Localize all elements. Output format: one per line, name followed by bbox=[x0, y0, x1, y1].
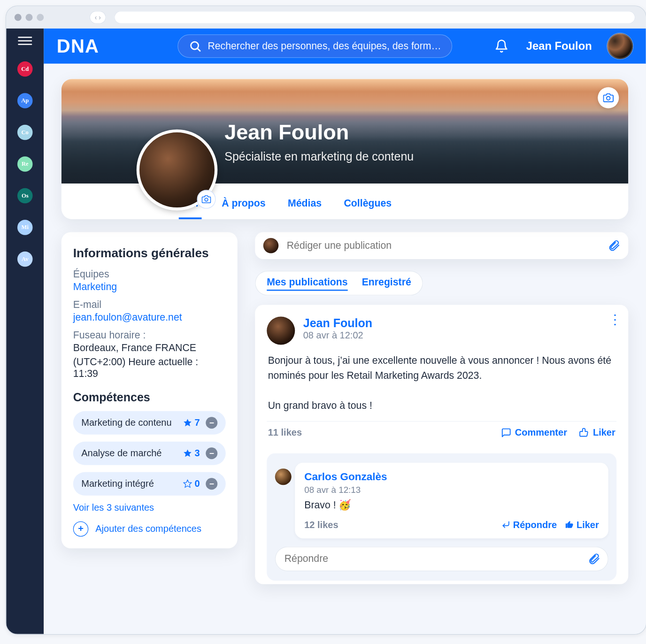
rail-chip-re[interactable]: Re bbox=[17, 156, 33, 172]
app-logo[interactable]: DNA bbox=[57, 35, 99, 57]
skill-name: Marketing de contenu bbox=[81, 418, 171, 429]
rail-chip-mi[interactable]: Mi bbox=[17, 220, 33, 235]
add-skills-label: Ajouter des compétences bbox=[95, 524, 201, 535]
skills-see-more[interactable]: Voir les 3 suivantes bbox=[73, 503, 226, 514]
rail-chip-cd[interactable]: Cd bbox=[17, 61, 33, 77]
plus-icon: + bbox=[73, 521, 89, 537]
thumb-icon bbox=[565, 520, 574, 529]
reply-like-action[interactable]: Liker bbox=[565, 520, 599, 530]
svg-line-1 bbox=[198, 48, 200, 51]
profile-photo[interactable] bbox=[137, 130, 218, 211]
paperclip-icon[interactable] bbox=[608, 240, 620, 252]
browser-chrome: ‹ › bbox=[6, 6, 646, 29]
reply: Carlos Gonzalès 08 avr à 12:13 Bravo ! 🥳… bbox=[295, 463, 608, 538]
tz-label: Fuseau horaire : bbox=[73, 330, 226, 341]
comment-icon bbox=[501, 428, 512, 438]
url-bar[interactable] bbox=[114, 11, 635, 24]
reply-avatar[interactable] bbox=[275, 468, 292, 485]
teams-value[interactable]: Marketing bbox=[73, 282, 226, 293]
composer-input[interactable] bbox=[285, 239, 601, 253]
skill-remove[interactable]: − bbox=[206, 447, 217, 459]
post-text-2: Un grand bravo à tous ! bbox=[268, 399, 372, 411]
profile-role: Spécialiste en marketing de contenu bbox=[224, 150, 414, 164]
profile-tab-3[interactable]: Collègues bbox=[342, 193, 394, 219]
post-comment-action[interactable]: Commenter bbox=[501, 428, 567, 438]
window-dots bbox=[15, 14, 44, 21]
global-search[interactable]: Rechercher des personnes, des équipes, d… bbox=[178, 34, 453, 58]
bell-icon[interactable] bbox=[494, 39, 508, 53]
rail-chip-ap[interactable]: Ap bbox=[17, 93, 33, 108]
tz-line1: Bordeaux, France FRANCE bbox=[73, 343, 226, 354]
profile-name: Jean Foulon bbox=[224, 120, 349, 145]
skill-row: Marketing de contenu7− bbox=[73, 411, 226, 435]
post-more-menu[interactable]: ⋮ bbox=[608, 312, 622, 328]
general-info-card: Informations générales Équipes Marketing… bbox=[62, 232, 238, 549]
teams-label: Équipes bbox=[73, 268, 226, 280]
post-composer[interactable] bbox=[255, 232, 628, 260]
reply-time: 08 avr à 12:13 bbox=[304, 484, 599, 494]
post-replies: Carlos Gonzalès 08 avr à 12:13 Bravo ! 🥳… bbox=[267, 453, 616, 581]
cover-camera-button[interactable] bbox=[598, 87, 619, 108]
header-username[interactable]: Jean Foulon bbox=[526, 40, 592, 53]
svg-point-3 bbox=[205, 198, 208, 201]
camera-icon bbox=[202, 195, 211, 204]
rail-chip-os[interactable]: Os bbox=[17, 188, 33, 204]
feed-tabs: Mes publicationsEnregistré bbox=[255, 271, 423, 296]
search-icon bbox=[189, 40, 202, 53]
post-like-count[interactable]: 11 likes bbox=[268, 428, 302, 438]
tz-line2: (UTC+2:00) Heure actuelle : 11:39 bbox=[73, 357, 226, 380]
thumb-icon bbox=[579, 428, 590, 438]
skill-remove[interactable]: − bbox=[206, 478, 217, 490]
post-text-1: Bonjour à tous, j’ai une excellente nouv… bbox=[268, 355, 611, 381]
reply-arrow-icon bbox=[501, 520, 510, 529]
post-like-action[interactable]: Liker bbox=[579, 428, 615, 438]
email-value[interactable]: jean.foulon@avature.net bbox=[73, 312, 226, 324]
browser-nav-arrows[interactable]: ‹ › bbox=[90, 11, 106, 24]
skill-remove[interactable]: − bbox=[206, 417, 217, 429]
skill-name: Marketing intégré bbox=[81, 479, 154, 490]
profile-tab-2[interactable]: Médias bbox=[285, 193, 324, 219]
svg-point-2 bbox=[607, 96, 610, 100]
feed-tab-0[interactable]: Mes publications bbox=[267, 277, 347, 290]
post-author[interactable]: Jean Foulon bbox=[303, 317, 372, 330]
reply-text: Bravo ! 🥳 bbox=[304, 499, 599, 511]
profile-photo-camera[interactable] bbox=[197, 190, 216, 209]
search-placeholder: Rechercher des personnes, des équipes, d… bbox=[208, 40, 441, 52]
post-avatar[interactable] bbox=[267, 317, 295, 345]
camera-icon bbox=[603, 92, 614, 103]
skill-row: Marketing intégré0− bbox=[73, 472, 226, 496]
feed-post: ⋮ Jean Foulon 08 avr à 12:02 Bonjour à t… bbox=[255, 305, 628, 584]
add-skills[interactable]: + Ajouter des compétences bbox=[73, 521, 226, 537]
reply-author[interactable]: Carlos Gonzalès bbox=[304, 471, 599, 483]
post-time: 08 avr à 12:02 bbox=[303, 330, 372, 341]
skill-endorse[interactable]: 0 bbox=[183, 479, 200, 490]
paperclip-icon[interactable] bbox=[588, 553, 600, 565]
header-avatar[interactable] bbox=[607, 33, 633, 59]
reply-composer[interactable] bbox=[275, 547, 608, 572]
reply-like-count[interactable]: 12 likes bbox=[304, 520, 338, 530]
skill-endorse[interactable]: 3 bbox=[183, 448, 200, 459]
rail-chip-av[interactable]: Av bbox=[17, 252, 33, 267]
reply-reply-action[interactable]: Répondre bbox=[501, 520, 557, 530]
reply-input[interactable] bbox=[283, 552, 588, 566]
email-label: E-mail bbox=[73, 299, 226, 311]
skill-endorse[interactable]: 7 bbox=[183, 418, 200, 429]
hamburger-icon[interactable] bbox=[18, 37, 32, 45]
skill-row: Analyse de marché3− bbox=[73, 442, 226, 465]
app-header: DNA Rechercher des personnes, des équipe… bbox=[44, 29, 646, 64]
skill-name: Analyse de marché bbox=[81, 448, 162, 459]
left-rail: CdApCoReOsMiAv bbox=[6, 29, 44, 634]
skills-title: Compétences bbox=[73, 391, 226, 404]
profile-hero: Jean Foulon Spécialiste en marketing de … bbox=[62, 79, 629, 219]
feed-tab-1[interactable]: Enregistré bbox=[362, 277, 411, 290]
rail-chip-co[interactable]: Co bbox=[17, 125, 33, 140]
composer-avatar bbox=[263, 238, 279, 253]
general-info-title: Informations générales bbox=[73, 246, 226, 261]
profile-tab-1[interactable]: À propos bbox=[219, 193, 268, 219]
